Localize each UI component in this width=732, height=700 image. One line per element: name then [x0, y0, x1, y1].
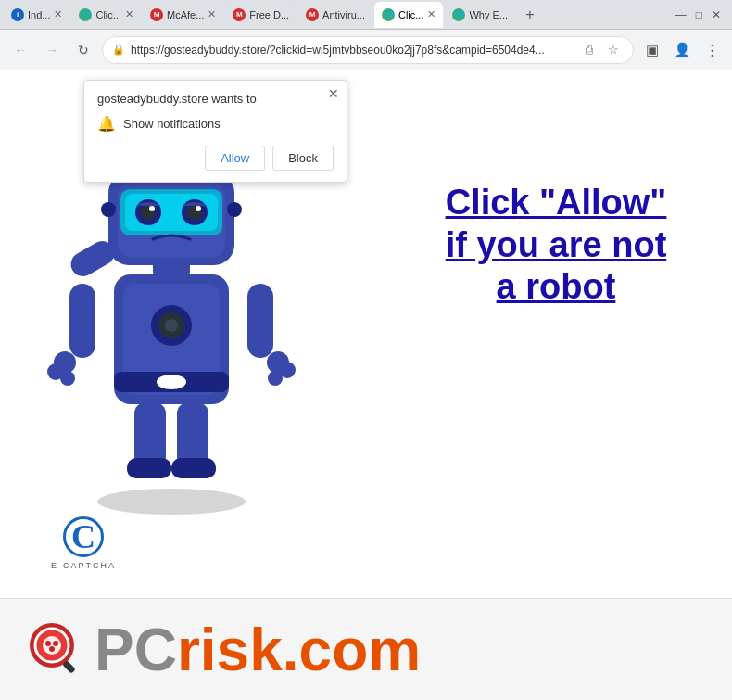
notification-buttons: Allow Block — [97, 146, 334, 171]
captcha-letter: C — [63, 516, 104, 557]
tab-2-label: Clic... — [95, 9, 121, 20]
allow-button[interactable]: Allow — [205, 146, 265, 171]
svg-point-41 — [45, 641, 51, 646]
close-button[interactable]: ✕ — [712, 8, 721, 21]
forward-icon: → — [45, 43, 58, 57]
svg-point-23 — [196, 206, 201, 211]
tab-1-favicon: i — [11, 8, 24, 21]
svg-rect-30 — [177, 402, 208, 467]
tab-7-label: Why E... — [469, 9, 508, 20]
tab-4-label: Free D... — [249, 9, 289, 20]
bookmark-icon[interactable]: ☆ — [603, 40, 624, 60]
back-icon: ← — [14, 43, 27, 57]
svg-rect-32 — [171, 458, 216, 478]
pcrisk-text: PCrisk.com — [95, 620, 421, 680]
svg-rect-1 — [69, 284, 95, 358]
minimize-button[interactable]: — — [675, 8, 687, 21]
reload-button[interactable]: ↻ — [70, 37, 96, 63]
svg-point-20 — [149, 206, 155, 211]
svg-point-8 — [268, 371, 283, 386]
new-tab-button[interactable]: + — [517, 2, 543, 28]
svg-point-4 — [60, 371, 75, 386]
pcrisk-bar: PCrisk.com — [0, 598, 732, 700]
tab-6-favicon: 🌐 — [382, 8, 395, 21]
forward-button[interactable]: → — [39, 37, 65, 63]
tab-7-favicon: 🌐 — [452, 8, 465, 21]
tab-5[interactable]: M Antiviru... — [298, 2, 372, 28]
address-bar-row: ← → ↻ 🔒 https://gosteadybuddy.store/?cli… — [0, 30, 732, 70]
tab-1[interactable]: i Ind... ✕ — [4, 2, 69, 28]
share-icon[interactable]: ⎙ — [579, 40, 599, 60]
window-controls: — □ ✕ — [675, 8, 728, 21]
tab-2-close[interactable]: ✕ — [125, 8, 133, 20]
svg-point-42 — [53, 641, 58, 646]
back-button[interactable]: ← — [7, 37, 33, 63]
tab-3-favicon: M — [150, 8, 163, 21]
tab-3-label: McAfe... — [167, 9, 204, 20]
captcha-label: E-CAPTCHA — [51, 561, 116, 570]
tab-5-label: Antiviru... — [322, 9, 365, 20]
tab-2[interactable]: 🌐 Clic... ✕ — [71, 2, 141, 28]
menu-icon[interactable]: ⋮ — [699, 37, 725, 63]
block-button[interactable]: Block — [272, 146, 334, 171]
notification-permission-row: 🔔 Show notifications — [97, 115, 334, 133]
notification-title: gosteadybuddy.store wants to — [97, 92, 334, 106]
tab-3[interactable]: M McAfe... ✕ — [143, 2, 223, 28]
tab-6-label: Clic... — [398, 9, 424, 20]
svg-point-36 — [165, 319, 178, 332]
tab-1-label: Ind... — [28, 9, 50, 20]
svg-point-0 — [97, 489, 246, 515]
toolbar-icons: ▣ 👤 ⋮ — [639, 37, 725, 63]
svg-point-27 — [101, 202, 116, 217]
address-box[interactable]: 🔒 https://gosteadybuddy.store/?clickid=w… — [102, 36, 634, 64]
url-text: https://gosteadybuddy.store/?clickid=wi5… — [131, 44, 574, 57]
tab-7[interactable]: 🌐 Why E... — [445, 2, 515, 28]
tab-3-close[interactable]: ✕ — [208, 8, 216, 20]
notification-permission-text: Show notifications — [123, 117, 221, 131]
ecaptcha-logo: C E-CAPTCHA — [51, 516, 116, 570]
reload-icon: ↻ — [78, 43, 89, 57]
tab-2-favicon: 🌐 — [79, 8, 92, 21]
maximize-button[interactable]: □ — [696, 8, 702, 21]
title-bar: i Ind... ✕ 🌐 Clic... ✕ M McAfe... ✕ M Fr… — [0, 0, 732, 30]
svg-point-12 — [157, 375, 186, 389]
tab-strip: i Ind... ✕ 🌐 Clic... ✕ M McAfe... ✕ M Fr… — [4, 0, 675, 29]
tab-1-close[interactable]: ✕ — [54, 8, 62, 20]
notification-popup: ✕ gosteadybuddy.store wants to 🔔 Show no… — [83, 80, 347, 183]
tab-4[interactable]: M Free D... — [225, 2, 297, 28]
tab-6[interactable]: 🌐 Clic... ✕ — [374, 2, 444, 28]
extension-icon[interactable]: ▣ — [639, 37, 665, 63]
svg-rect-31 — [127, 458, 171, 478]
tab-5-favicon: M — [306, 8, 319, 21]
tab-4-favicon: M — [233, 8, 246, 21]
bell-icon: 🔔 — [97, 115, 116, 133]
tab-6-close[interactable]: ✕ — [427, 8, 435, 20]
pcrisk-icon — [28, 621, 85, 679]
svg-point-43 — [49, 646, 55, 652]
pcrisk-orange-text: risk.com — [177, 620, 421, 680]
notification-close-button[interactable]: ✕ — [328, 86, 339, 101]
svg-rect-29 — [134, 402, 166, 467]
svg-point-28 — [227, 202, 242, 217]
profile-icon[interactable]: 👤 — [669, 37, 695, 63]
pcrisk-gray-text: PC — [95, 620, 177, 680]
address-action-icons: ⎙ ☆ — [579, 40, 624, 60]
svg-rect-5 — [247, 284, 273, 358]
lock-icon: 🔒 — [112, 44, 125, 56]
page-content: ✕ gosteadybuddy.store wants to 🔔 Show no… — [0, 70, 732, 700]
click-allow-heading: Click "Allow" if you are not a robot — [435, 182, 676, 309]
